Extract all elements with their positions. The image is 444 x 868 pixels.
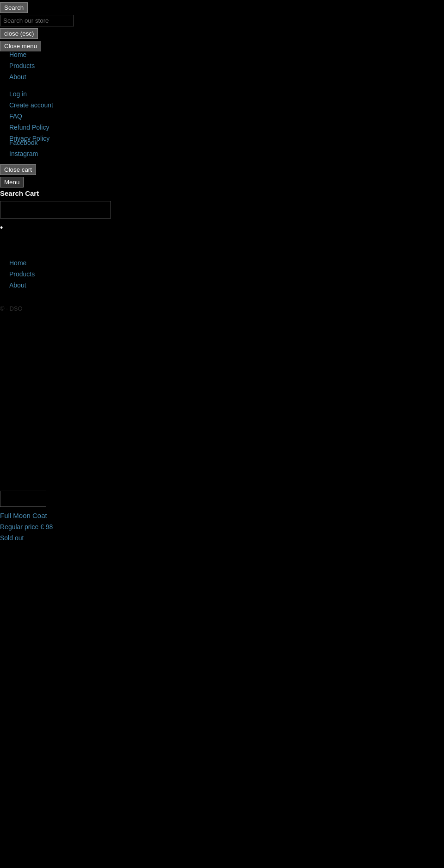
search-button[interactable]: Search bbox=[0, 2, 28, 13]
footer-nav-home[interactable]: Home bbox=[9, 259, 35, 267]
nav-item-products[interactable]: Products bbox=[9, 62, 35, 69]
copyright-text: © · DSO bbox=[0, 305, 23, 312]
footer-nav-products[interactable]: Products bbox=[9, 270, 35, 278]
footer-nav: Home Products About bbox=[9, 259, 35, 293]
close-esc-button[interactable]: close (esc) bbox=[0, 28, 38, 39]
refund-policy-link[interactable]: Refund Policy bbox=[9, 124, 53, 131]
close-cart-button[interactable]: Close cart bbox=[0, 164, 36, 175]
product-image-placeholder bbox=[0, 491, 46, 507]
search-input[interactable] bbox=[0, 15, 74, 26]
instagram-link[interactable]: Instagram bbox=[9, 150, 38, 157]
social-section: Facebook Instagram bbox=[9, 139, 38, 161]
main-nav: Home Products About bbox=[9, 51, 35, 84]
cart-section: Close cart Menu Search Cart • bbox=[0, 164, 111, 233]
bullet-point: • bbox=[0, 223, 111, 233]
product-title[interactable]: Full Moon Coat bbox=[0, 512, 53, 519]
search-section: Search close (esc) Close menu bbox=[0, 2, 74, 53]
close-menu-button[interactable]: Close menu bbox=[0, 41, 41, 51]
nav-item-home[interactable]: Home bbox=[9, 51, 35, 58]
faq-link[interactable]: FAQ bbox=[9, 112, 53, 120]
sold-out-badge: Sold out bbox=[0, 534, 53, 542]
cart-search-input[interactable] bbox=[0, 201, 111, 219]
nav-item-about[interactable]: About bbox=[9, 73, 35, 81]
create-account-link[interactable]: Create account bbox=[9, 101, 53, 109]
product-section: Full Moon Coat Regular price € 98 Sold o… bbox=[0, 491, 53, 542]
menu-button[interactable]: Menu bbox=[0, 177, 24, 187]
footer-nav-about[interactable]: About bbox=[9, 281, 35, 289]
copyright-section: © · DSO bbox=[0, 305, 23, 312]
account-section: Log in Create account FAQ Refund Policy … bbox=[9, 90, 53, 146]
search-cart-label: Search Cart bbox=[0, 189, 111, 197]
login-link[interactable]: Log in bbox=[9, 90, 53, 98]
product-price: Regular price € 98 bbox=[0, 523, 53, 531]
facebook-link[interactable]: Facebook bbox=[9, 139, 38, 146]
